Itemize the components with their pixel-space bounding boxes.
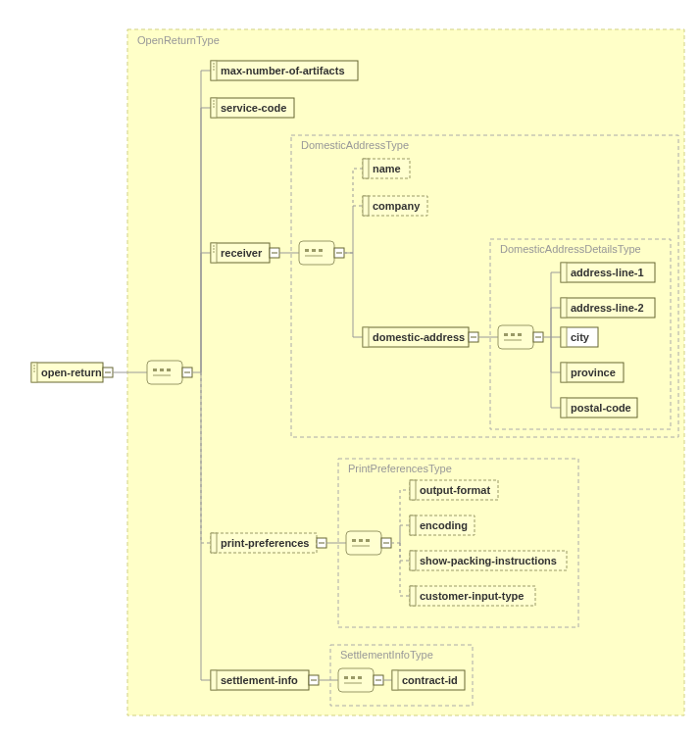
svg-rect-100 (344, 676, 348, 679)
element-encoding: encoding (410, 516, 475, 535)
svg-text:contract-id: contract-id (402, 674, 458, 686)
element-show-packing-instructions: show-packing-instructions (410, 551, 567, 570)
svg-text:province: province (571, 367, 616, 378)
svg-rect-77 (352, 539, 356, 542)
element-service-code: service-code (211, 98, 294, 118)
element-max-number-of-artifacts: max-number-of-artifacts (211, 61, 358, 80)
svg-text:city: city (571, 331, 590, 343)
svg-text:name: name (373, 163, 401, 174)
svg-rect-44 (363, 196, 369, 216)
svg-text:output-format: output-format (420, 484, 490, 496)
svg-rect-73 (211, 533, 217, 553)
svg-text:customer-input-type: customer-input-type (420, 590, 524, 602)
group-label-domestic-address-details-type: DomesticAddressDetailsType (500, 243, 641, 255)
svg-text:service-code: service-code (221, 102, 286, 114)
element-receiver: receiver (211, 243, 279, 263)
svg-rect-53 (518, 333, 522, 336)
svg-rect-102 (358, 676, 362, 679)
svg-rect-10 (167, 368, 171, 371)
svg-rect-101 (351, 676, 355, 679)
element-print-preferences: print-preferences (211, 533, 326, 553)
element-domestic-address: domestic-address (363, 327, 478, 347)
group-label-domestic-address-type: DomesticAddressType (301, 139, 409, 151)
svg-text:receiver: receiver (221, 247, 263, 259)
svg-rect-8 (153, 368, 157, 371)
svg-rect-47 (363, 327, 369, 347)
element-customer-input-type: customer-input-type (410, 586, 535, 606)
svg-rect-79 (366, 539, 370, 542)
svg-rect-36 (319, 249, 323, 252)
element-address-line-2: address-line-2 (561, 298, 655, 318)
svg-rect-84 (410, 480, 416, 500)
svg-text:domestic-address: domestic-address (373, 331, 465, 343)
element-name: name (363, 159, 410, 178)
svg-text:address-line-2: address-line-2 (571, 302, 644, 314)
svg-rect-70 (561, 398, 567, 418)
svg-rect-34 (305, 249, 309, 252)
svg-rect-41 (363, 159, 369, 178)
svg-text:open-return: open-return (41, 367, 102, 378)
svg-rect-64 (561, 327, 567, 347)
svg-text:max-number-of-artifacts: max-number-of-artifacts (221, 65, 345, 76)
svg-rect-58 (561, 263, 567, 282)
element-contract-id: contract-id (392, 670, 465, 690)
svg-text:show-packing-instructions: show-packing-instructions (420, 555, 557, 566)
element-output-format: output-format (410, 480, 498, 500)
svg-rect-96 (211, 670, 217, 690)
element-province: province (561, 363, 624, 382)
svg-rect-35 (312, 249, 316, 252)
svg-text:settlement-info: settlement-info (221, 674, 298, 686)
group-label-settlement-info-type: SettlementInfoType (340, 649, 433, 661)
group-label-open-return-type: OpenReturnType (137, 34, 220, 46)
schema-diagram: OpenReturnType open-return max-number-of (0, 0, 700, 737)
element-city: city (561, 327, 598, 347)
element-postal-code: postal-code (561, 398, 637, 418)
svg-rect-90 (410, 551, 416, 570)
svg-rect-67 (561, 363, 567, 382)
svg-rect-107 (392, 670, 398, 690)
svg-text:encoding: encoding (420, 519, 468, 531)
svg-rect-61 (561, 298, 567, 318)
svg-rect-93 (410, 586, 416, 606)
svg-rect-9 (160, 368, 164, 371)
svg-rect-51 (504, 333, 508, 336)
svg-text:print-preferences: print-preferences (221, 537, 309, 549)
element-company: company (363, 196, 427, 216)
element-open-return: open-return (31, 363, 113, 382)
svg-text:company: company (373, 200, 421, 212)
svg-text:postal-code: postal-code (571, 402, 631, 414)
svg-text:address-line-1: address-line-1 (571, 267, 644, 278)
svg-rect-87 (410, 516, 416, 535)
element-address-line-1: address-line-1 (561, 263, 655, 282)
svg-rect-78 (359, 539, 363, 542)
element-settlement-info: settlement-info (211, 670, 319, 690)
svg-rect-52 (511, 333, 515, 336)
group-label-print-preferences-type: PrintPreferencesType (348, 463, 452, 474)
